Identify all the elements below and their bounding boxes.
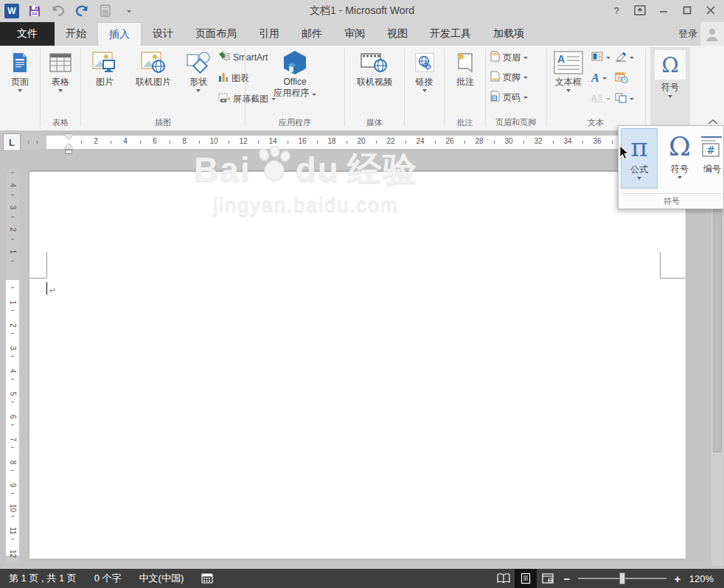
dropcap-button[interactable]: A bbox=[591, 90, 610, 108]
vruler-number: 6 bbox=[9, 410, 17, 424]
ruler-tick bbox=[376, 141, 377, 144]
document-page[interactable] bbox=[29, 171, 686, 559]
ruler-tick bbox=[435, 141, 436, 144]
group-label-illustrations: 插图 bbox=[81, 117, 245, 128]
shapes-button[interactable]: 形状 bbox=[181, 47, 215, 92]
group-header-footer: 页眉 页脚 # 页码 页眉和页脚 bbox=[486, 46, 546, 130]
group-pages: 页面 bbox=[0, 46, 40, 130]
word-count[interactable]: 0 个字 bbox=[86, 569, 130, 588]
vruler-number: 12 bbox=[9, 547, 17, 561]
symbol-ribbon-button[interactable]: Ω 符号 bbox=[650, 47, 690, 128]
zoom-level[interactable]: 120% bbox=[686, 573, 724, 584]
tab-2[interactable]: 设计 bbox=[142, 22, 184, 46]
zoom-slider-thumb[interactable] bbox=[619, 573, 625, 584]
vruler-tick bbox=[11, 287, 14, 288]
ruler-left-margin bbox=[22, 136, 46, 149]
tab-file[interactable]: 文件 bbox=[0, 22, 55, 46]
ruler-tick bbox=[494, 141, 495, 144]
vruler-number: 10 bbox=[9, 502, 17, 515]
online-pictures-button[interactable]: 联机图片 bbox=[125, 47, 181, 88]
vruler-tick bbox=[11, 261, 14, 262]
page-info[interactable]: 第 1 页 , 共 1 页 bbox=[0, 569, 86, 588]
office-apps-button[interactable]: Office应用程序 bbox=[262, 47, 328, 99]
scrollbar-thumb[interactable] bbox=[713, 209, 722, 452]
tab-8[interactable]: 开发工具 bbox=[419, 22, 482, 46]
wordart-button[interactable]: A bbox=[591, 69, 607, 87]
proofing-icon[interactable] bbox=[192, 569, 222, 588]
online-pictures-icon bbox=[141, 50, 166, 75]
tab-4[interactable]: 引用 bbox=[248, 22, 290, 46]
ruler-tick bbox=[229, 141, 229, 144]
object-button[interactable] bbox=[615, 90, 634, 108]
symbol-menu-item[interactable]: Ω 符号 bbox=[661, 128, 698, 189]
table-icon bbox=[49, 50, 72, 75]
ruler-number: 24 bbox=[414, 137, 426, 145]
close-icon[interactable] bbox=[700, 1, 721, 19]
group-links: 链接 bbox=[405, 46, 444, 130]
ruler-tick bbox=[111, 141, 111, 144]
hanging-indent-marker[interactable] bbox=[64, 144, 73, 149]
minimize-icon[interactable] bbox=[653, 1, 674, 19]
vertical-ruler[interactable]: 4321123456789101112 bbox=[6, 155, 19, 567]
ribbon-display-options-icon[interactable] bbox=[630, 1, 650, 19]
ruler-number: 16 bbox=[296, 137, 308, 145]
ruler-number: 12 bbox=[237, 137, 249, 145]
chart-icon bbox=[218, 72, 229, 85]
comment-button[interactable]: 批注 bbox=[448, 47, 482, 88]
zoom-out-button[interactable]: − bbox=[559, 573, 575, 585]
ruler-number: 14 bbox=[267, 137, 279, 145]
tab-0[interactable]: 开始 bbox=[55, 22, 97, 46]
tab-6[interactable]: 审阅 bbox=[333, 22, 376, 46]
tab-1[interactable]: 插入 bbox=[97, 22, 142, 46]
print-layout-button[interactable] bbox=[515, 569, 537, 588]
links-button[interactable]: 链接 bbox=[408, 47, 441, 92]
tab-3[interactable]: 页面布局 bbox=[184, 22, 248, 46]
language-indicator[interactable]: 中文(中国) bbox=[130, 569, 193, 588]
tab-stop-selector[interactable]: L bbox=[3, 133, 21, 151]
zoom-in-button[interactable]: + bbox=[669, 573, 686, 585]
left-indent-marker[interactable] bbox=[65, 150, 72, 154]
group-table: 表格 表格 bbox=[41, 46, 80, 130]
horizontal-ruler[interactable]: 24681012141618202224262830323436 bbox=[22, 136, 696, 149]
object-icon bbox=[615, 93, 627, 105]
ruler-tick bbox=[464, 141, 465, 144]
wordart-icon: A bbox=[591, 71, 599, 85]
tab-9[interactable]: 加载项 bbox=[482, 22, 535, 46]
signature-line-button[interactable] bbox=[615, 49, 634, 66]
ruler-tick bbox=[140, 141, 141, 144]
picture-button[interactable]: 图片 bbox=[86, 47, 124, 88]
number-menu-item[interactable]: # 编号 bbox=[700, 128, 724, 189]
table-button[interactable]: 表格 bbox=[43, 47, 77, 92]
shapes-icon bbox=[185, 50, 212, 75]
avatar[interactable] bbox=[700, 22, 724, 46]
read-mode-button[interactable] bbox=[492, 569, 515, 588]
textbox-button[interactable]: A 文本框 bbox=[550, 47, 587, 92]
first-line-indent-marker[interactable] bbox=[64, 134, 73, 139]
header-button[interactable]: 页眉 bbox=[490, 49, 528, 66]
signature-line-icon bbox=[615, 52, 627, 64]
vertical-scrollbar[interactable] bbox=[711, 156, 723, 566]
vruler-number: 1 bbox=[9, 245, 17, 259]
ruler-tick bbox=[582, 141, 583, 144]
date-time-button[interactable] bbox=[615, 69, 628, 87]
web-layout-button[interactable] bbox=[537, 569, 559, 588]
vruler-tick bbox=[11, 447, 14, 448]
online-video-button[interactable]: 联机视频 bbox=[347, 47, 402, 88]
sign-in-link[interactable]: 登录 bbox=[678, 22, 697, 46]
page-number-button[interactable]: # 页码 bbox=[490, 88, 528, 106]
footer-button[interactable]: 页脚 bbox=[490, 69, 528, 86]
maximize-icon[interactable] bbox=[677, 1, 697, 19]
pages-button[interactable]: 页面 bbox=[3, 47, 37, 92]
ruler-tick bbox=[81, 141, 82, 144]
quick-parts-button[interactable] bbox=[591, 49, 610, 66]
tab-7[interactable]: 视图 bbox=[376, 22, 419, 46]
tab-5[interactable]: 邮件 bbox=[290, 22, 333, 46]
group-text: A 文本框 A A bbox=[547, 46, 644, 130]
vruler-tick bbox=[11, 539, 14, 539]
ruler-number: 36 bbox=[591, 137, 603, 145]
ruler-tick bbox=[170, 141, 170, 144]
ribbon-tab-row: 文件 开始插入设计页面布局引用邮件审阅视图开发工具加载项 登录 bbox=[0, 22, 724, 46]
vruler-tick bbox=[11, 516, 14, 517]
zoom-slider[interactable] bbox=[578, 578, 666, 579]
help-icon[interactable]: ? bbox=[606, 1, 627, 19]
